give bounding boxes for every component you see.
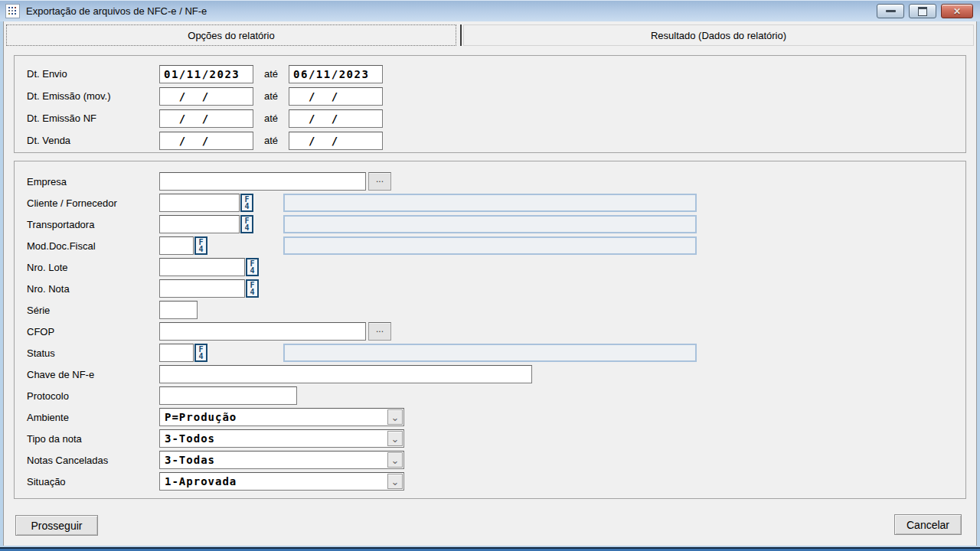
until-label: até	[264, 90, 278, 102]
ellipsis-icon: ...	[376, 324, 384, 334]
field-row-cliente-fornecedor: Cliente / Fornecedor F4	[27, 192, 965, 214]
titlebar: Exportação de arquivos de NFC-e / NF-e ✕	[0, 0, 980, 21]
tipo-da-nota-select[interactable]: 3-Todos ⌄	[159, 429, 404, 448]
dt-envio-from-input[interactable]	[159, 65, 253, 83]
tab-report-result[interactable]: Resultado (Dados do relatório)	[463, 24, 974, 46]
dt-venda-label: Dt. Venda	[27, 135, 159, 146]
f4-icon: 4	[250, 289, 254, 295]
cliente-fornecedor-f4-lookup-button[interactable]: F4	[240, 194, 253, 212]
window-title: Exportação de arquivos de NFC-e / NF-e	[26, 5, 207, 17]
dt-venda-to-input[interactable]	[289, 132, 383, 150]
field-row-protocolo: Protocolo	[27, 385, 965, 406]
tipo-da-nota-label: Tipo da nota	[27, 433, 159, 445]
field-row-dt-emissao-mov: Dt. Emissão (mov.) até	[27, 85, 965, 107]
f4-icon: 4	[244, 203, 249, 210]
tab-separator	[460, 24, 462, 46]
field-row-nro-lote: Nro. Lote F4	[27, 256, 965, 278]
field-row-dt-emissao-nf: Dt. Emissão NF até	[27, 107, 965, 129]
maximize-icon	[918, 7, 927, 16]
dt-emissao-mov-to-input[interactable]	[289, 87, 383, 106]
protocolo-label: Protocolo	[27, 390, 159, 402]
situacao-selected-value: 1-Aprovada	[160, 475, 387, 487]
tab-report-options[interactable]: Opções do relatório	[6, 24, 456, 46]
cfop-input[interactable]	[159, 322, 366, 341]
cliente-fornecedor-description	[283, 194, 697, 212]
tipo-da-nota-selected-value: 3-Todos	[160, 432, 387, 445]
nro-nota-input[interactable]	[159, 279, 245, 298]
nro-lote-input[interactable]	[159, 258, 245, 276]
dt-emissao-nf-to-input[interactable]	[289, 109, 383, 128]
ellipsis-icon: ...	[376, 174, 384, 184]
dt-emissao-nf-label: Dt. Emissão NF	[27, 112, 159, 124]
field-row-status: Status F4	[27, 342, 965, 364]
chevron-down-icon[interactable]: ⌄	[387, 409, 403, 425]
transportadora-label: Transportadora	[27, 219, 159, 230]
window-border-bottom	[0, 546, 980, 551]
transportadora-f4-lookup-button[interactable]: F4	[240, 215, 253, 233]
dialog-content: Opções do relatório Resultado (Dados do …	[3, 21, 977, 546]
field-row-notas-canceladas: Notas Canceladas 3-Todas ⌄	[27, 449, 965, 471]
status-input[interactable]	[159, 344, 194, 362]
f4-icon: 4	[198, 246, 203, 253]
field-row-serie: Série	[27, 299, 965, 321]
serie-input[interactable]	[159, 301, 198, 319]
notas-canceladas-select[interactable]: 3-Todas ⌄	[159, 451, 404, 469]
tab-bar: Opções do relatório Resultado (Dados do …	[6, 24, 974, 46]
transportadora-description	[283, 215, 697, 233]
field-row-chave-nfe: Chave de NF-e	[27, 364, 965, 385]
window-controls: ✕	[877, 4, 973, 18]
status-f4-lookup-button[interactable]: F4	[194, 344, 207, 362]
tab-label: Opções do relatório	[188, 30, 274, 41]
cancel-button[interactable]: Cancelar	[894, 514, 962, 535]
nro-nota-f4-lookup-button[interactable]: F4	[246, 279, 259, 298]
chave-nfe-label: Chave de NF-e	[27, 369, 159, 380]
nro-lote-f4-lookup-button[interactable]: F4	[246, 258, 259, 276]
cfop-browse-button[interactable]: ...	[368, 322, 391, 341]
until-label: até	[264, 135, 278, 146]
dt-envio-label: Dt. Envio	[27, 68, 159, 80]
field-row-situacao: Situação 1-Aprovada ⌄	[27, 471, 965, 492]
close-button[interactable]: ✕	[941, 4, 973, 18]
mod-doc-fiscal-f4-lookup-button[interactable]: F4	[194, 236, 207, 255]
situacao-select[interactable]: 1-Aprovada ⌄	[159, 472, 404, 491]
ambiente-selected-value: P=Produção	[160, 411, 387, 423]
notas-canceladas-label: Notas Canceladas	[27, 455, 159, 466]
ambiente-label: Ambiente	[27, 412, 159, 423]
mod-doc-fiscal-input[interactable]	[159, 236, 194, 255]
serie-label: Série	[27, 305, 159, 316]
maximize-button[interactable]	[909, 4, 936, 18]
dt-emissao-mov-label: Dt. Emissão (mov.)	[27, 90, 159, 102]
proceed-button[interactable]: Prosseguir	[15, 515, 98, 536]
mod-doc-fiscal-description	[283, 236, 697, 255]
minimize-button[interactable]	[877, 4, 904, 18]
filters-group: Empresa ... Cliente / Fornecedor F4 Tran…	[14, 161, 966, 499]
window-border-left	[0, 21, 3, 546]
field-row-transportadora: Transportadora F4	[27, 214, 965, 235]
empresa-browse-button[interactable]: ...	[368, 172, 391, 191]
cliente-fornecedor-input[interactable]	[159, 194, 240, 212]
transportadora-input[interactable]	[159, 215, 240, 233]
nro-nota-label: Nro. Nota	[27, 283, 159, 295]
field-row-ambiente: Ambiente P=Produção ⌄	[27, 406, 965, 428]
f4-icon: 4	[244, 224, 249, 231]
app-icon	[5, 4, 20, 18]
dt-venda-from-input[interactable]	[159, 132, 253, 150]
chevron-down-icon[interactable]: ⌄	[387, 474, 403, 489]
chevron-down-icon[interactable]: ⌄	[387, 431, 403, 446]
dt-emissao-nf-from-input[interactable]	[159, 109, 253, 128]
until-label: até	[264, 112, 278, 124]
protocolo-input[interactable]	[159, 386, 297, 405]
dt-envio-to-input[interactable]	[289, 65, 383, 83]
field-row-tipo-da-nota: Tipo da nota 3-Todos ⌄	[27, 428, 965, 449]
f4-icon: 4	[198, 353, 203, 360]
dt-emissao-mov-from-input[interactable]	[159, 87, 253, 106]
chevron-down-icon[interactable]: ⌄	[387, 452, 403, 468]
field-row-nro-nota: Nro. Nota F4	[27, 278, 965, 299]
status-label: Status	[27, 347, 159, 359]
empresa-input[interactable]	[159, 172, 366, 191]
field-row-empresa: Empresa ...	[27, 171, 965, 192]
chave-nfe-input[interactable]	[159, 365, 532, 383]
date-filters-group: Dt. Envio até Dt. Emissão (mov.) até Dt.…	[14, 55, 966, 153]
minimize-icon	[886, 10, 896, 12]
ambiente-select[interactable]: P=Produção ⌄	[159, 408, 404, 426]
